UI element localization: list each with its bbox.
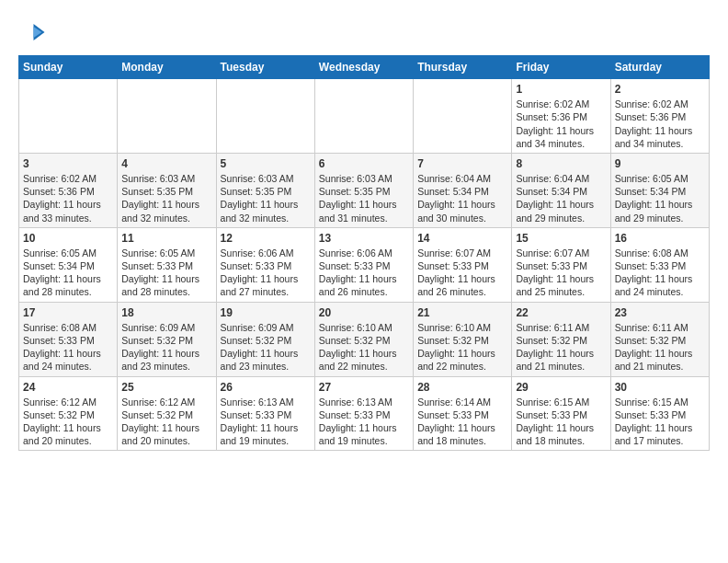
sunrise-text: Sunrise: 6:02 AM (23, 173, 97, 184)
sunrise-text: Sunrise: 6:09 AM (121, 322, 195, 333)
calendar-cell: 15Sunrise: 6:07 AMSunset: 5:33 PMDayligh… (512, 227, 610, 302)
sunrise-text: Sunrise: 6:06 AM (221, 247, 294, 259)
sunset-text: Sunset: 5:33 PM (319, 409, 391, 420)
sunrise-text: Sunrise: 6:03 AM (221, 173, 294, 184)
calendar-cell (216, 79, 314, 154)
sunrise-text: Sunrise: 6:05 AM (615, 173, 688, 184)
sunset-text: Sunset: 5:33 PM (615, 260, 687, 271)
calendar-cell: 3Sunrise: 6:02 AMSunset: 5:36 PMDaylight… (19, 153, 118, 227)
sunset-text: Sunset: 5:33 PM (221, 409, 292, 420)
day-number: 17 (23, 305, 113, 320)
calendar-cell: 27Sunrise: 6:13 AMSunset: 5:33 PMDayligh… (314, 376, 413, 451)
sunset-text: Sunset: 5:33 PM (417, 260, 489, 271)
day-number: 16 (615, 231, 705, 246)
weekday-row: SundayMondayTuesdayWednesdayThursdayFrid… (19, 56, 710, 79)
calendar-cell: 13Sunrise: 6:06 AMSunset: 5:33 PMDayligh… (314, 227, 413, 302)
sunrise-text: Sunrise: 6:04 AM (516, 173, 589, 184)
sunset-text: Sunset: 5:34 PM (23, 260, 95, 271)
calendar-cell: 24Sunrise: 6:12 AMSunset: 5:32 PMDayligh… (19, 376, 118, 451)
sunset-text: Sunset: 5:36 PM (615, 111, 687, 122)
calendar-week: 1Sunrise: 6:02 AMSunset: 5:36 PMDaylight… (19, 79, 710, 154)
sunset-text: Sunset: 5:32 PM (516, 335, 587, 346)
sunset-text: Sunset: 5:33 PM (516, 260, 587, 271)
sunrise-text: Sunrise: 6:05 AM (23, 247, 97, 259)
daylight-text: Daylight: 11 hours and 24 minutes. (615, 273, 693, 297)
weekday-header: Tuesday (216, 56, 314, 79)
daylight-text: Daylight: 11 hours and 29 minutes. (615, 199, 693, 223)
calendar-cell: 25Sunrise: 6:12 AMSunset: 5:32 PMDayligh… (118, 376, 216, 451)
sunrise-text: Sunrise: 6:10 AM (319, 322, 392, 333)
daylight-text: Daylight: 11 hours and 23 minutes. (121, 348, 199, 372)
sunset-text: Sunset: 5:33 PM (319, 260, 391, 271)
calendar-week: 17Sunrise: 6:08 AMSunset: 5:33 PMDayligh… (19, 302, 710, 376)
daylight-text: Daylight: 11 hours and 27 minutes. (221, 273, 299, 297)
sunrise-text: Sunrise: 6:02 AM (615, 98, 688, 109)
sunrise-text: Sunrise: 6:14 AM (417, 396, 491, 408)
sunrise-text: Sunrise: 6:11 AM (615, 322, 688, 333)
calendar-cell: 22Sunrise: 6:11 AMSunset: 5:32 PMDayligh… (512, 302, 610, 376)
day-number: 29 (516, 380, 606, 395)
calendar-cell (314, 79, 413, 154)
calendar-cell: 30Sunrise: 6:15 AMSunset: 5:33 PMDayligh… (610, 376, 709, 451)
calendar-cell (118, 79, 216, 154)
sunrise-text: Sunrise: 6:13 AM (221, 396, 294, 408)
daylight-text: Daylight: 11 hours and 18 minutes. (516, 422, 594, 446)
calendar-cell: 17Sunrise: 6:08 AMSunset: 5:33 PMDayligh… (19, 302, 118, 376)
daylight-text: Daylight: 11 hours and 29 minutes. (516, 199, 594, 223)
calendar-cell: 23Sunrise: 6:11 AMSunset: 5:32 PMDayligh… (610, 302, 709, 376)
sunrise-text: Sunrise: 6:09 AM (221, 322, 294, 333)
header (18, 18, 710, 46)
day-number: 7 (417, 156, 507, 171)
day-number: 8 (516, 156, 606, 171)
calendar-cell: 7Sunrise: 6:04 AMSunset: 5:34 PMDaylight… (414, 153, 512, 227)
calendar-cell: 1Sunrise: 6:02 AMSunset: 5:36 PMDaylight… (512, 79, 610, 154)
daylight-text: Daylight: 11 hours and 21 minutes. (615, 348, 693, 372)
page: SundayMondayTuesdayWednesdayThursdayFrid… (0, 0, 728, 460)
daylight-text: Daylight: 11 hours and 26 minutes. (319, 273, 397, 297)
calendar-cell: 8Sunrise: 6:04 AMSunset: 5:34 PMDaylight… (512, 153, 610, 227)
sunset-text: Sunset: 5:34 PM (516, 186, 587, 197)
day-number: 9 (615, 156, 705, 171)
day-number: 18 (121, 305, 211, 320)
calendar-cell: 11Sunrise: 6:05 AMSunset: 5:33 PMDayligh… (118, 227, 216, 302)
weekday-header: Monday (118, 56, 216, 79)
sunrise-text: Sunrise: 6:15 AM (615, 396, 688, 408)
daylight-text: Daylight: 11 hours and 21 minutes. (516, 348, 594, 372)
calendar-cell: 6Sunrise: 6:03 AMSunset: 5:35 PMDaylight… (314, 153, 413, 227)
daylight-text: Daylight: 11 hours and 19 minutes. (319, 422, 397, 446)
calendar: SundayMondayTuesdayWednesdayThursdayFrid… (18, 55, 710, 451)
day-number: 27 (319, 380, 409, 395)
day-number: 2 (615, 82, 705, 97)
calendar-cell: 20Sunrise: 6:10 AMSunset: 5:32 PMDayligh… (314, 302, 413, 376)
daylight-text: Daylight: 11 hours and 20 minutes. (23, 422, 101, 446)
sunrise-text: Sunrise: 6:12 AM (23, 396, 97, 408)
day-number: 23 (615, 305, 705, 320)
sunrise-text: Sunrise: 6:04 AM (417, 173, 491, 184)
sunrise-text: Sunrise: 6:07 AM (417, 247, 491, 259)
sunrise-text: Sunrise: 6:03 AM (319, 173, 392, 184)
calendar-week: 10Sunrise: 6:05 AMSunset: 5:34 PMDayligh… (19, 227, 710, 302)
calendar-cell: 2Sunrise: 6:02 AMSunset: 5:36 PMDaylight… (610, 79, 709, 154)
sunset-text: Sunset: 5:32 PM (121, 409, 193, 420)
calendar-cell: 14Sunrise: 6:07 AMSunset: 5:33 PMDayligh… (414, 227, 512, 302)
sunrise-text: Sunrise: 6:08 AM (615, 247, 688, 259)
logo-icon (18, 18, 46, 46)
daylight-text: Daylight: 11 hours and 23 minutes. (221, 348, 299, 372)
calendar-cell: 28Sunrise: 6:14 AMSunset: 5:33 PMDayligh… (414, 376, 512, 451)
day-number: 14 (417, 231, 507, 246)
day-number: 6 (319, 156, 409, 171)
day-number: 4 (121, 156, 211, 171)
daylight-text: Daylight: 11 hours and 28 minutes. (23, 273, 101, 297)
day-number: 21 (417, 305, 507, 320)
day-number: 25 (121, 380, 211, 395)
calendar-cell: 16Sunrise: 6:08 AMSunset: 5:33 PMDayligh… (610, 227, 709, 302)
calendar-cell: 5Sunrise: 6:03 AMSunset: 5:35 PMDaylight… (216, 153, 314, 227)
sunrise-text: Sunrise: 6:11 AM (516, 322, 589, 333)
sunrise-text: Sunrise: 6:07 AM (516, 247, 589, 259)
calendar-week: 3Sunrise: 6:02 AMSunset: 5:36 PMDaylight… (19, 153, 710, 227)
sunrise-text: Sunrise: 6:06 AM (319, 247, 392, 259)
daylight-text: Daylight: 11 hours and 24 minutes. (23, 348, 101, 372)
daylight-text: Daylight: 11 hours and 17 minutes. (615, 422, 693, 446)
sunrise-text: Sunrise: 6:05 AM (121, 247, 195, 259)
sunset-text: Sunset: 5:33 PM (417, 409, 489, 420)
